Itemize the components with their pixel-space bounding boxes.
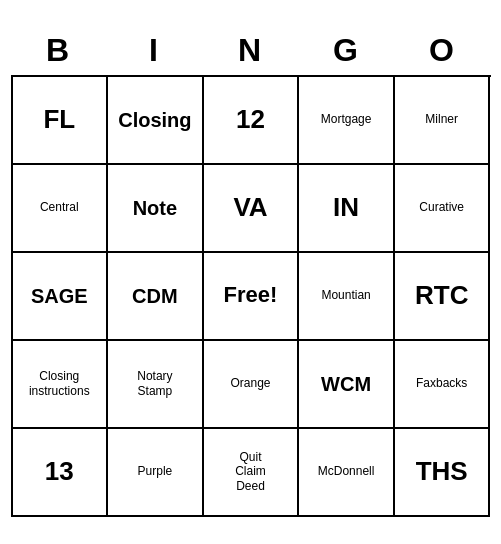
table-row: THS — [395, 429, 491, 517]
cell-label: McDonnell — [318, 464, 375, 478]
cell-label: RTC — [415, 280, 468, 311]
table-row: SAGE — [13, 253, 109, 341]
cell-label: CDM — [132, 284, 178, 308]
table-row: Central — [13, 165, 109, 253]
table-row: Closing — [108, 77, 204, 165]
cell-label: Mortgage — [321, 112, 372, 126]
table-row: IN — [299, 165, 395, 253]
cell-label: Purple — [138, 464, 173, 478]
table-row: WCM — [299, 341, 395, 429]
table-row: Free! — [204, 253, 300, 341]
table-row: Orange — [204, 341, 300, 429]
table-row: Curative — [395, 165, 491, 253]
table-row: Note — [108, 165, 204, 253]
cell-label: Closing instructions — [29, 369, 90, 398]
cell-label: VA — [233, 192, 267, 223]
header-letter: O — [395, 28, 491, 75]
header-letter: B — [11, 28, 107, 75]
table-row: Faxbacks — [395, 341, 491, 429]
cell-label: 12 — [236, 104, 265, 135]
cell-label: Orange — [230, 376, 270, 390]
cell-label: FL — [43, 104, 75, 135]
cell-label: Central — [40, 200, 79, 214]
header-letter: G — [299, 28, 395, 75]
cell-label: THS — [416, 456, 468, 487]
cell-label: Notary Stamp — [137, 369, 172, 398]
cell-label: WCM — [321, 372, 371, 396]
cell-label: Note — [133, 196, 177, 220]
cell-label: Faxbacks — [416, 376, 467, 390]
cell-label: Quit Claim Deed — [235, 450, 266, 493]
header-letter: I — [107, 28, 203, 75]
table-row: CDM — [108, 253, 204, 341]
table-row: 13 — [13, 429, 109, 517]
table-row: Quit Claim Deed — [204, 429, 300, 517]
bingo-grid: FLClosing12MortgageMilnerCentralNoteVAIN… — [11, 75, 491, 517]
table-row: RTC — [395, 253, 491, 341]
table-row: McDonnell — [299, 429, 395, 517]
table-row: Milner — [395, 77, 491, 165]
table-row: Notary Stamp — [108, 341, 204, 429]
table-row: Mountian — [299, 253, 395, 341]
table-row: Mortgage — [299, 77, 395, 165]
table-row: VA — [204, 165, 300, 253]
cell-label: Curative — [419, 200, 464, 214]
bingo-header: BINGO — [11, 28, 491, 75]
table-row: 12 — [204, 77, 300, 165]
header-letter: N — [203, 28, 299, 75]
cell-label: Free! — [224, 282, 278, 308]
table-row: FL — [13, 77, 109, 165]
cell-label: Milner — [425, 112, 458, 126]
cell-label: Closing — [118, 108, 191, 132]
cell-label: Mountian — [321, 288, 370, 302]
cell-label: 13 — [45, 456, 74, 487]
table-row: Closing instructions — [13, 341, 109, 429]
table-row: Purple — [108, 429, 204, 517]
cell-label: IN — [333, 192, 359, 223]
cell-label: SAGE — [31, 284, 88, 308]
bingo-card: BINGO FLClosing12MortgageMilnerCentralNo… — [11, 28, 491, 517]
